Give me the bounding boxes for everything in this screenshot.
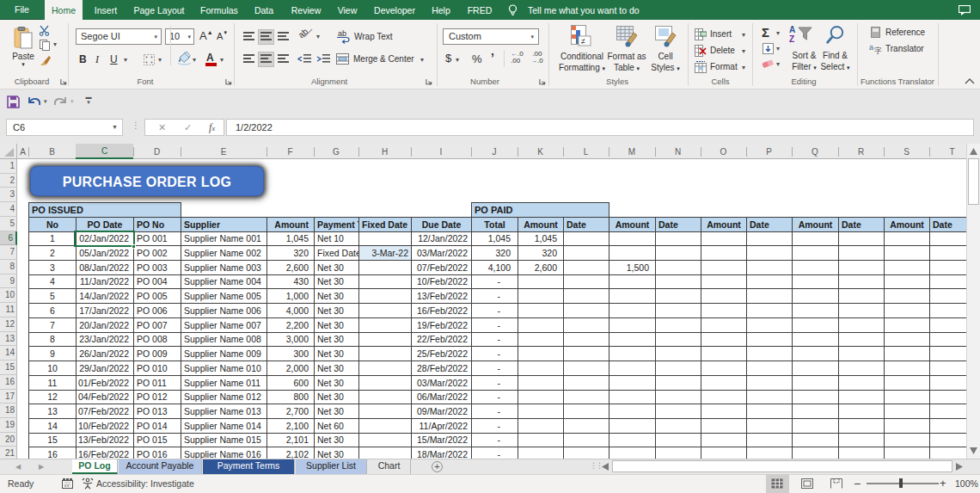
svg-text:字: 字 bbox=[874, 46, 882, 54]
svg-text:a: a bbox=[869, 43, 873, 52]
svg-text:≠: ≠ bbox=[581, 37, 585, 46]
